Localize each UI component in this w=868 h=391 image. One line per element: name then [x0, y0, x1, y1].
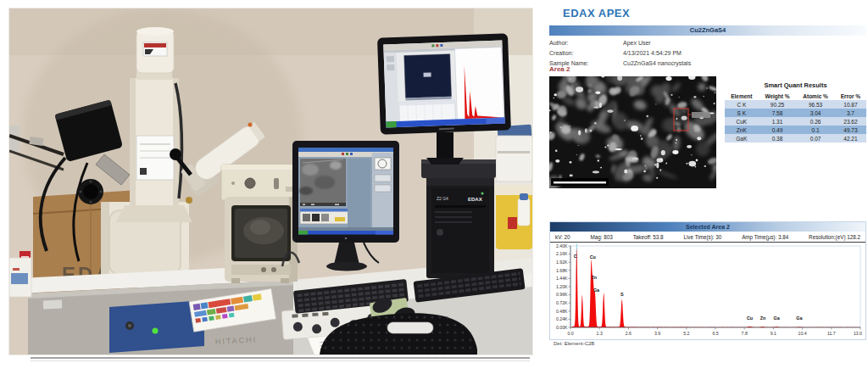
svg-text:5.2: 5.2 [683, 331, 689, 336]
svg-text:0.96K: 0.96K [556, 292, 568, 297]
sample-banner: Cu2ZnGaS4 [549, 25, 866, 36]
spectrum-banner: Selected Area 2 [550, 222, 865, 232]
quant-cell: C K [725, 100, 759, 109]
svg-text:10.4: 10.4 [798, 331, 807, 336]
spectrum-section: Selected Area 2 kV: 20Mag: 803Takeoff: 5… [549, 221, 866, 340]
meta-author-value: Apex User [623, 40, 651, 46]
quant-row: CuK1.310.2623.62 [725, 117, 866, 126]
meta-row-creation: Creation:4/13/2021 4:54:29 PM [549, 48, 691, 59]
quant-col-header: Weight % [759, 92, 797, 100]
spectrum-param: Live Time(s): 30 [683, 234, 721, 240]
quant-row: GaK0.380.0742.21 [725, 134, 866, 142]
svg-text:1.68K: 1.68K [556, 268, 568, 273]
peak-label-Ga: Ga [593, 288, 600, 293]
report-title: EDAX APEX [563, 7, 630, 20]
meta-row-sample: Sample Name:Cu2ZnGaS4 nanocrystals [549, 59, 691, 69]
peak-label-Cu: Cu [590, 254, 596, 260]
svg-text:0.24K: 0.24K [556, 316, 568, 321]
quant-table-head-row: ElementWeight %Atomic %Error % [725, 92, 866, 100]
meta-creation-label: Creation: [549, 48, 623, 59]
quant-cell: 42.21 [835, 134, 866, 142]
peak-label-Zn: Zn [592, 275, 598, 280]
crt-monitor [225, 197, 298, 283]
eds-spectrum-chart: 2.40K2.16K1.92K1.68K1.44K1.20K0.96K0.72K… [550, 243, 865, 339]
quant-col-header: Error % [835, 92, 866, 100]
column-top-cap [136, 27, 174, 73]
quant-cell: 3.7 [835, 109, 866, 117]
quant-row: ZnK0.490.149.73 [725, 126, 866, 134]
svg-text:13.0: 13.0 [854, 331, 862, 336]
svg-text:1.20K: 1.20K [556, 284, 568, 289]
quant-cell: 0.1 [796, 126, 834, 134]
peak-label-Ga: Ga [773, 316, 780, 321]
adjustment-knob [170, 148, 181, 160]
quant-cell: 0.38 [759, 134, 797, 142]
quant-cell: 1.31 [759, 117, 797, 126]
quant-cell: 23.62 [835, 117, 866, 126]
quant-title: Smart Quant Results [725, 81, 866, 89]
quant-table: ElementWeight %Atomic %Error % C K90.259… [725, 92, 866, 142]
area-label: Area 2 [549, 65, 570, 73]
svg-text:6.5: 6.5 [712, 331, 718, 336]
meta-row-author: Author:Apex User [549, 38, 691, 48]
spectrum-param: Mag: 803 [591, 234, 613, 240]
quant-cell: 90.25 [759, 100, 797, 109]
report-meta: Author:Apex User Creation:4/13/2021 4:54… [549, 38, 691, 69]
quant-cell: 0.49 [759, 126, 797, 134]
lab-photo-scene: EDAX [9, 8, 532, 355]
tower-model-label: Z2 G4 [437, 196, 448, 201]
spectrum-param: Amp Time(µs): 3.84 [742, 234, 788, 240]
peak-label-S: S [620, 292, 624, 297]
svg-text:0.72K: 0.72K [556, 300, 568, 305]
svg-text:9.1: 9.1 [771, 331, 776, 336]
meta-sample-value: Cu2ZnGaS4 nanocrystals [623, 60, 691, 66]
spectrum-param: kV: 20 [555, 234, 570, 240]
quant-cell: 0.07 [796, 134, 834, 142]
svg-text:2.6: 2.6 [626, 331, 632, 336]
peak-label-C: C [574, 254, 577, 259]
svg-text:2.40K: 2.40K [556, 243, 568, 249]
smart-quant-results: Smart Quant Results ElementWeight %Atomi… [725, 81, 866, 142]
svg-text:0.0: 0.0 [567, 331, 573, 336]
svg-text:7.8: 7.8 [742, 331, 748, 336]
quant-table-body: C K90.2596.5310.87S K7.583.043.7CuK1.310… [725, 100, 866, 142]
monitor-stand [437, 132, 453, 158]
quant-cell: 7.58 [759, 109, 797, 117]
page: EDAX [0, 0, 868, 391]
svg-text:1.44K: 1.44K [556, 276, 568, 281]
svg-text:11.7: 11.7 [827, 331, 836, 336]
quant-cell: 10.87 [835, 100, 866, 109]
quant-cell: 3.04 [796, 109, 834, 117]
quant-col-header: Element [725, 92, 759, 100]
edax-apex-report: EDAX APEX Cu2ZnGaS4 Author:Apex User Cre… [547, 0, 868, 391]
spectrum-param: Takeoff: 53.8 [633, 234, 664, 240]
quant-row: S K7.583.043.7 [725, 109, 866, 117]
svg-text:1.3: 1.3 [597, 331, 603, 336]
electronics-box [221, 165, 301, 200]
meta-author-label: Author: [549, 38, 623, 48]
peak-label-Ga: Ga [796, 316, 803, 321]
svg-text:0.00K: 0.00K [556, 325, 568, 330]
quant-cell: CuK [725, 117, 759, 126]
quant-col-header: Atomic % [796, 92, 834, 100]
quant-row: C K90.2596.5310.87 [725, 100, 866, 109]
lab-photo: EDAX [8, 8, 533, 355]
quant-cell: GaK [725, 134, 759, 142]
quant-cell: 49.73 [835, 126, 866, 134]
detector-label: Det: Element-C2B [554, 341, 594, 346]
meta-creation-value: 4/13/2021 4:54:29 PM [623, 50, 682, 56]
area-selection-tag [692, 112, 710, 118]
photo-divider-line [31, 357, 530, 361]
svg-text:0.48K: 0.48K [556, 309, 568, 314]
apex-monitor [377, 33, 511, 134]
tower-brand-label: EDAX [468, 197, 482, 202]
power-led [153, 328, 159, 334]
spectrum-param: Resolution:(eV) 128.2 [809, 234, 860, 240]
quant-cell: 96.53 [796, 100, 834, 109]
quant-cell: 0.26 [796, 117, 834, 126]
spectrum-params-row: kV: 20Mag: 803Takeoff: 53.8Live Time(s):… [550, 232, 865, 243]
svg-text:2.16K: 2.16K [556, 251, 568, 256]
desk-papers-left [9, 258, 31, 297]
peak-label-Cu: Cu [747, 316, 753, 321]
apex-spectrum-panel [455, 47, 504, 121]
